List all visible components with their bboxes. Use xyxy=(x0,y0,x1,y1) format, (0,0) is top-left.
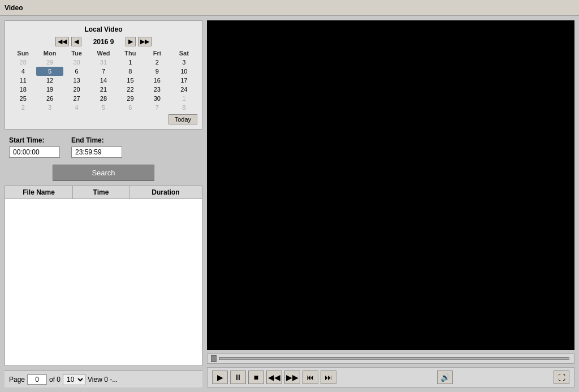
calendar-day[interactable]: 9 xyxy=(144,67,170,76)
calendar-day[interactable]: 28 xyxy=(90,94,116,103)
calendar-day[interactable]: 29 xyxy=(117,94,144,103)
view-label: View 0 -... xyxy=(88,376,118,384)
progress-bar-row xyxy=(207,354,574,364)
calendar-day[interactable]: 13 xyxy=(63,76,90,85)
calendar-day[interactable]: 5 xyxy=(90,103,116,112)
progress-track[interactable] xyxy=(219,357,569,360)
play-btn[interactable]: ▶ xyxy=(212,371,228,384)
calendar-day[interactable]: 4 xyxy=(10,67,36,76)
calendar-panel: Local Video ◀◀ ◀ 2016 9 ▶ ▶▶ SunMonTueWe… xyxy=(5,20,202,130)
time-section: Start Time: End Time: xyxy=(5,134,202,160)
calendar-day[interactable]: 1 xyxy=(117,58,144,67)
calendar-day[interactable]: 20 xyxy=(63,85,90,94)
file-table-panel: File Name Time Duration xyxy=(5,186,202,366)
start-time-label: Start Time: xyxy=(9,136,60,144)
of-label: of 0 xyxy=(49,376,61,384)
start-time-group: Start Time: xyxy=(9,136,60,158)
calendar-day[interactable]: 3 xyxy=(36,103,63,112)
calendar-year-month: 2016 9 xyxy=(84,38,123,46)
end-time-group: End Time: xyxy=(71,136,122,158)
calendar-day[interactable]: 3 xyxy=(171,58,197,67)
skip-forward-btn[interactable]: ⏭ xyxy=(321,371,336,384)
col-duration-header: Duration xyxy=(129,186,202,199)
calendar-grid: SunMonTueWedThuFriSat 282930311234567891… xyxy=(10,49,197,112)
calendar-day[interactable]: 2 xyxy=(10,103,36,112)
calendar-day[interactable]: 6 xyxy=(63,67,90,76)
calendar-day[interactable]: 8 xyxy=(171,103,197,112)
calendar-day[interactable]: 25 xyxy=(10,94,36,103)
calendar-day[interactable]: 15 xyxy=(117,76,144,85)
calendar-body: 2829303112345678910111213141516171819202… xyxy=(10,58,197,112)
left-panel: Local Video ◀◀ ◀ 2016 9 ▶ ▶▶ SunMonTueWe… xyxy=(5,20,202,387)
calendar-header-row: SunMonTueWedThuFriSat xyxy=(10,49,197,58)
app-title: Video xyxy=(5,4,23,12)
calendar-day[interactable]: 8 xyxy=(117,67,144,76)
page-input[interactable] xyxy=(27,374,47,385)
calendar-nav: ◀◀ ◀ 2016 9 ▶ ▶▶ xyxy=(10,37,197,46)
end-time-label: End Time: xyxy=(71,136,122,144)
stop-btn[interactable]: ■ xyxy=(248,371,264,384)
col-time-header: Time xyxy=(73,186,129,199)
calendar-day[interactable]: 26 xyxy=(36,94,63,103)
page-label: Page xyxy=(9,376,25,384)
skip-back-btn[interactable]: ⏮ xyxy=(303,371,318,384)
nav-last-btn[interactable]: ▶▶ xyxy=(138,37,152,46)
volume-btn[interactable]: 🔊 xyxy=(437,371,453,384)
nav-prev-btn[interactable]: ◀ xyxy=(71,37,81,46)
calendar-day[interactable]: 16 xyxy=(144,76,170,85)
calendar-day[interactable]: 22 xyxy=(117,85,144,94)
col-filename-header: File Name xyxy=(5,186,73,199)
main-container: Local Video ◀◀ ◀ 2016 9 ▶ ▶▶ SunMonTueWe… xyxy=(0,16,579,392)
file-table-header: File Name Time Duration xyxy=(5,186,202,199)
video-area xyxy=(207,20,574,350)
fullscreen-btn[interactable]: ⛶ xyxy=(554,371,569,384)
calendar-day[interactable]: 30 xyxy=(63,58,90,67)
calendar-day[interactable]: 10 xyxy=(171,67,197,76)
nav-first-btn[interactable]: ◀◀ xyxy=(55,37,69,46)
start-time-input[interactable] xyxy=(9,147,60,158)
title-bar: Video xyxy=(0,0,579,16)
today-btn-row: Today xyxy=(10,114,197,124)
perpage-select[interactable]: 102050 xyxy=(63,374,85,385)
calendar-day[interactable]: 2 xyxy=(144,58,170,67)
calendar-day[interactable]: 31 xyxy=(90,58,116,67)
calendar-day[interactable]: 18 xyxy=(10,85,36,94)
calendar-day[interactable]: 30 xyxy=(144,94,170,103)
progress-thumb[interactable] xyxy=(211,355,217,362)
calendar-day[interactable]: 6 xyxy=(117,103,144,112)
calendar-day[interactable]: 29 xyxy=(36,58,63,67)
calendar-day[interactable]: 27 xyxy=(63,94,90,103)
calendar-day[interactable]: 14 xyxy=(90,76,116,85)
pause-btn[interactable]: ⏸ xyxy=(230,371,246,384)
end-time-input[interactable] xyxy=(71,147,122,158)
right-panel: ▶ ⏸ ■ ◀◀ ▶▶ ⏮ ⏭ 🔊 ⛶ xyxy=(207,20,574,387)
bottom-bar: Page of 0 102050 View 0 -... xyxy=(5,371,202,387)
calendar-day[interactable]: 28 xyxy=(10,58,36,67)
file-table-body xyxy=(5,199,202,365)
calendar-day[interactable]: 21 xyxy=(90,85,116,94)
calendar-day[interactable]: 12 xyxy=(36,76,63,85)
forward-btn[interactable]: ▶▶ xyxy=(284,371,300,384)
calendar-day[interactable]: 5 xyxy=(36,67,63,76)
calendar-day[interactable]: 1 xyxy=(171,94,197,103)
calendar-day[interactable]: 4 xyxy=(63,103,90,112)
calendar-day[interactable]: 23 xyxy=(144,85,170,94)
search-button[interactable]: Search xyxy=(53,165,154,181)
calendar-day[interactable]: 7 xyxy=(144,103,170,112)
calendar-day[interactable]: 17 xyxy=(171,76,197,85)
controls-row: ▶ ⏸ ■ ◀◀ ▶▶ ⏮ ⏭ 🔊 ⛶ xyxy=(207,367,574,387)
calendar-day[interactable]: 11 xyxy=(10,76,36,85)
calendar-title: Local Video xyxy=(10,25,197,33)
calendar-day[interactable]: 19 xyxy=(36,85,63,94)
nav-next-btn[interactable]: ▶ xyxy=(126,37,136,46)
rewind-btn[interactable]: ◀◀ xyxy=(266,371,282,384)
today-btn[interactable]: Today xyxy=(168,114,197,124)
calendar-day[interactable]: 24 xyxy=(171,85,197,94)
calendar-day[interactable]: 7 xyxy=(90,67,116,76)
